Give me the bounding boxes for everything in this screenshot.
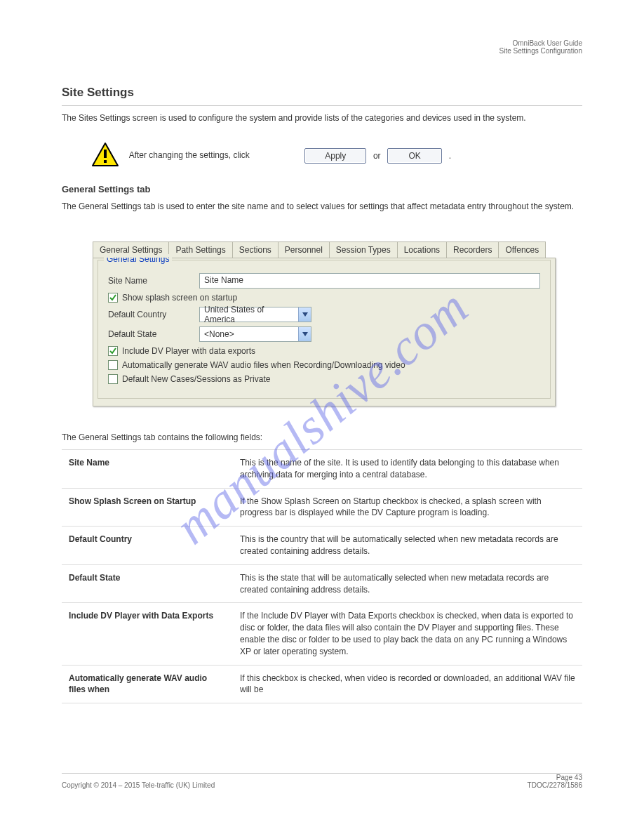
svg-marker-3 xyxy=(302,312,308,317)
table-row: Show Splash Screen on StartupIf the Show… xyxy=(62,488,582,527)
table-row: Default StateThis is the state that will… xyxy=(62,564,582,603)
cell-key: Site Name xyxy=(62,450,233,489)
tabs-row: General Settings Path Settings Sections … xyxy=(93,241,556,258)
table-intro: The General Settings tab contains the fo… xyxy=(62,432,582,442)
site-name-label: Site Name xyxy=(108,276,199,286)
wav-checkbox-row[interactable]: Automatically generate WAV audio files w… xyxy=(108,360,540,370)
cell-val: If this checkbox is checked, when video … xyxy=(233,665,582,703)
settings-dialog: General Settings Path Settings Sections … xyxy=(93,241,556,406)
state-row: Default State <None> xyxy=(108,326,540,342)
chevron-down-icon xyxy=(298,327,311,341)
include-checkbox[interactable] xyxy=(108,346,118,356)
tab-recorders[interactable]: Recorders xyxy=(446,241,498,258)
footer-right: Page 43 TDOC/2278/1586 xyxy=(528,774,582,789)
footer-ref: TDOC/2278/1586 xyxy=(528,781,582,789)
country-value: United States of America xyxy=(204,305,295,324)
warning-text-before: After changing the settings, click xyxy=(129,150,301,161)
tab-offences[interactable]: Offences xyxy=(498,241,546,258)
include-checkbox-row[interactable]: Include DV Player with data exports xyxy=(108,346,540,356)
table-row: Include DV Player with Data ExportsIf th… xyxy=(62,603,582,665)
cell-val: If the Include DV Player with Data Expor… xyxy=(233,603,582,665)
settings-table: Site NameThis is the name of the site. I… xyxy=(62,449,582,703)
country-label: Default Country xyxy=(108,310,199,319)
include-checkbox-label: Include DV Player with data exports xyxy=(122,346,255,356)
wav-checkbox-label: Automatically generate WAV audio files w… xyxy=(122,360,405,370)
table-row: Site NameThis is the name of the site. I… xyxy=(62,450,582,489)
warning-text-after: . xyxy=(449,151,451,161)
country-row: Default Country United States of America xyxy=(108,307,540,322)
private-checkbox-row[interactable]: Default New Cases/Sessions as Private xyxy=(108,374,540,384)
page-header: OmniBack User Guide Site Settings Config… xyxy=(499,39,582,55)
private-checkbox[interactable] xyxy=(108,374,118,384)
svg-rect-1 xyxy=(104,150,107,158)
general-settings-fieldset: General Settings Site Name Site Name Sho… xyxy=(98,260,551,399)
tab-general-settings[interactable]: General Settings xyxy=(93,241,168,258)
footer-rule xyxy=(62,773,582,774)
ok-button[interactable]: OK xyxy=(387,148,442,164)
site-name-row: Site Name Site Name xyxy=(108,273,540,289)
table-row: Automatically generate WAV audio files w… xyxy=(62,665,582,703)
horizontal-rule xyxy=(62,105,582,106)
svg-marker-4 xyxy=(302,332,308,336)
cell-key: Include DV Player with Data Exports xyxy=(62,603,233,665)
tab-session-types[interactable]: Session Types xyxy=(329,241,397,258)
country-select[interactable]: United States of America xyxy=(199,307,311,322)
cell-val: This is the state that will be automatic… xyxy=(233,564,582,603)
header-line-1: OmniBack User Guide xyxy=(499,39,582,47)
warning-text-middle: or xyxy=(373,151,381,161)
footer-copyright: Copyright © 2014 – 2015 Tele-traffic (UK… xyxy=(62,781,215,789)
tab-personnel[interactable]: Personnel xyxy=(278,241,329,258)
tab-sections[interactable]: Sections xyxy=(232,241,278,258)
cell-key: Show Splash Screen on Startup xyxy=(62,488,233,527)
splash-checkbox-label: Show splash screen on startup xyxy=(122,293,237,303)
cell-val: If the Show Splash Screen on Startup che… xyxy=(233,488,582,527)
svg-rect-2 xyxy=(104,160,107,163)
header-line-2: Site Settings Configuration xyxy=(499,47,582,55)
splash-checkbox[interactable] xyxy=(108,293,118,303)
tab-panel: General Settings Site Name Site Name Sho… xyxy=(93,258,556,406)
cell-val: This is the country that will be automat… xyxy=(233,527,582,565)
subsection-paragraph: The General Settings tab is used to ente… xyxy=(62,201,582,213)
chevron-down-icon xyxy=(298,307,311,322)
tab-locations[interactable]: Locations xyxy=(397,241,446,258)
warning-icon xyxy=(91,142,119,169)
footer-page: Page 43 xyxy=(528,774,582,781)
cell-key: Default Country xyxy=(62,527,233,565)
apply-button[interactable]: Apply xyxy=(304,148,366,164)
warning-row: After changing the settings, click Apply… xyxy=(91,142,582,169)
private-checkbox-label: Default New Cases/Sessions as Private xyxy=(122,374,270,384)
cell-key: Default State xyxy=(62,564,233,603)
state-value: <None> xyxy=(204,329,234,339)
subsection-title: General Settings tab xyxy=(62,184,150,194)
site-name-input[interactable]: Site Name xyxy=(199,273,540,289)
cell-val: This is the name of the site. It is used… xyxy=(233,450,582,489)
section-title: Site Settings xyxy=(62,86,134,100)
cell-key: Automatically generate WAV audio files w… xyxy=(62,665,233,703)
table-row: Default CountryThis is the country that … xyxy=(62,527,582,565)
state-select[interactable]: <None> xyxy=(199,326,311,342)
state-label: Default State xyxy=(108,329,199,339)
wav-checkbox[interactable] xyxy=(108,360,118,370)
tab-path-settings[interactable]: Path Settings xyxy=(168,241,232,258)
splash-checkbox-row[interactable]: Show splash screen on startup xyxy=(108,293,540,303)
intro-paragraph: The Sites Settings screen is used to con… xyxy=(62,112,582,124)
